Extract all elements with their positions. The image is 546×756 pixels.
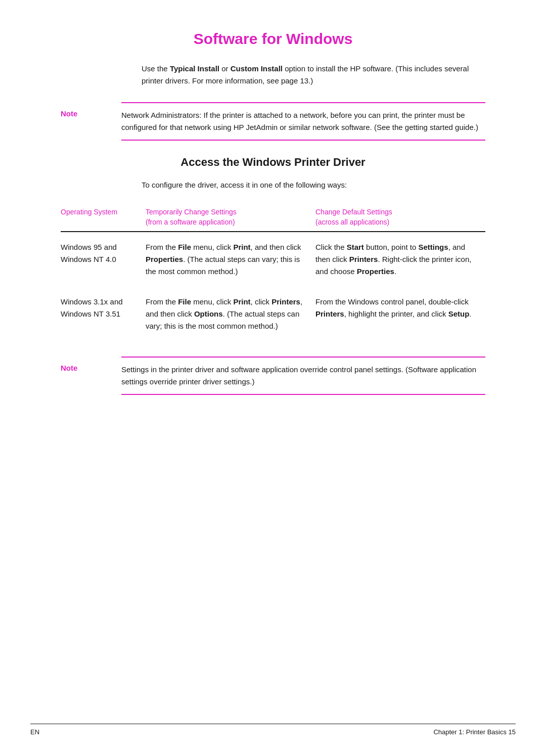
note-block-2: Note Settings in the printer driver and …	[61, 357, 485, 395]
page-container: Software for Windows Use the Typical Ins…	[0, 0, 546, 756]
section-intro: To configure the driver, access it in on…	[142, 179, 485, 191]
section-heading: Access the Windows Printer Driver	[61, 156, 485, 169]
page-title: Software for Windows	[61, 30, 485, 48]
note-label-2: Note	[61, 357, 121, 395]
table-header-row: Operating System Temporarily Change Sett…	[61, 203, 485, 232]
table-header-temp: Temporarily Change Settings(from a softw…	[146, 203, 315, 232]
table-header-default: Change Default Settings(across all appli…	[315, 203, 485, 232]
intro-paragraph: Use the Typical Install or Custom Instal…	[142, 63, 485, 87]
table-cell-temp-1: From the File menu, click Print, and the…	[146, 232, 315, 287]
footer-right: Chapter 1: Printer Basics 15	[433, 728, 516, 736]
table-cell-default-1: Click the Start button, point to Setting…	[315, 232, 485, 287]
footer: EN Chapter 1: Printer Basics 15	[0, 724, 546, 736]
table-cell-default-2: From the Windows control panel, double-c…	[315, 287, 485, 341]
table-cell-temp-2: From the File menu, click Print, click P…	[146, 287, 315, 341]
table-row: Windows 95 andWindows NT 4.0 From the Fi…	[61, 232, 485, 287]
footer-left: EN	[30, 728, 39, 736]
footer-line: EN Chapter 1: Printer Basics 15	[30, 724, 516, 736]
bold-typical-install: Typical Install	[170, 64, 219, 73]
note-content-2: Settings in the printer driver and softw…	[121, 357, 485, 395]
note-block-1: Note Network Administrators: If the prin…	[61, 102, 485, 141]
driver-table: Operating System Temporarily Change Sett…	[61, 203, 485, 341]
table-header-os: Operating System	[61, 203, 146, 232]
table-cell-os-2: Windows 3.1x andWindows NT 3.51	[61, 287, 146, 341]
table-cell-os-1: Windows 95 andWindows NT 4.0	[61, 232, 146, 287]
bold-custom-install: Custom Install	[231, 64, 283, 73]
table-row: Windows 3.1x andWindows NT 3.51 From the…	[61, 287, 485, 341]
note-content-1: Network Administrators: If the printer i…	[121, 102, 485, 141]
note-label-1: Note	[61, 102, 121, 141]
